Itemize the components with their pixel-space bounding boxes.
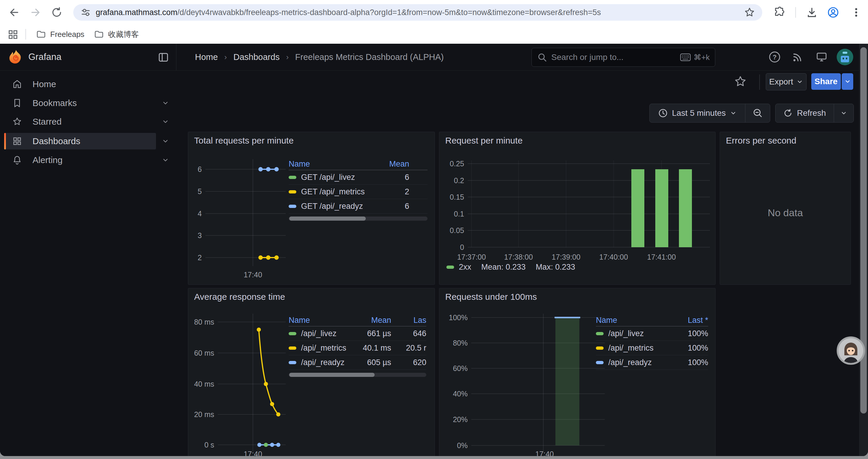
legend-scrollbar[interactable]	[289, 373, 426, 377]
chevron-down-icon	[730, 110, 737, 117]
legend-row[interactable]: /api/_livez 661 µs 646	[289, 326, 426, 341]
svg-text:17:40: 17:40	[244, 270, 262, 279]
page-scrollbar[interactable]	[859, 44, 868, 456]
menu-kebab-icon[interactable]	[850, 6, 862, 18]
bell-icon	[12, 155, 22, 165]
legend-col-name[interactable]: Name	[289, 160, 389, 169]
export-button[interactable]: Export	[766, 73, 807, 90]
legend-col-last[interactable]: Las	[391, 316, 426, 325]
refresh-interval-button[interactable]	[834, 104, 854, 122]
breadcrumb-home[interactable]: Home	[195, 52, 218, 62]
brand-name[interactable]: Grafana	[28, 44, 61, 70]
svg-text:20 ms: 20 ms	[194, 410, 214, 419]
svg-text:80 ms: 80 ms	[194, 318, 214, 326]
legend-col-mean[interactable]: Mean	[389, 160, 428, 169]
panel-errors-per-second[interactable]: Errors per second No data	[720, 132, 851, 285]
legend-row[interactable]: /api/_metrics 40.1 ms 20.5 r	[289, 341, 426, 355]
panel-avg-response-time[interactable]: Average response time 80 ms60 ms40 ms20 …	[188, 288, 435, 456]
zoom-out-icon	[753, 108, 763, 118]
chevron-down-icon[interactable]	[161, 118, 169, 126]
legend-scrollbar[interactable]	[289, 217, 428, 221]
breadcrumb-dashboards[interactable]: Dashboards	[234, 52, 279, 62]
sidebar-item-bookmarks[interactable]: Bookmarks	[4, 95, 156, 111]
refresh-button[interactable]: Refresh	[776, 104, 834, 122]
panel-request-per-minute[interactable]: Request per minute 0.250.20.150.10.050 1…	[439, 132, 716, 285]
chevron-down-icon[interactable]	[161, 156, 169, 164]
chevron-down-icon[interactable]	[161, 99, 169, 107]
legend-row[interactable]: /api/_metrics 100%	[596, 341, 708, 355]
breadcrumb: Home › Dashboards › Freeleaps Metrics Da…	[195, 44, 444, 70]
favorite-star-icon[interactable]	[734, 75, 747, 88]
series-color-pill	[289, 332, 296, 335]
bookmark-label: Freeleaps	[50, 30, 85, 39]
share-menu-button[interactable]	[842, 73, 853, 90]
clock-icon	[658, 108, 668, 118]
bookmark-folder-blogs[interactable]: 收藏博客	[94, 28, 139, 40]
legend-row[interactable]: /api/_readyz 605 µs 620	[289, 355, 426, 370]
search-shortcut: ⌘+k	[680, 53, 710, 62]
legend-row[interactable]: GET /api/_livez 6	[289, 170, 428, 185]
legend-inline[interactable]: 2xx Mean: 0.233 Max: 0.233	[446, 263, 575, 272]
legend-row[interactable]: GET /api/_metrics 2	[289, 185, 428, 199]
legend-row[interactable]: /api/_livez 100%	[596, 326, 708, 341]
refresh-label: Refresh	[797, 108, 826, 118]
series-metrics-curve	[259, 330, 278, 415]
panel-title[interactable]: Requests under 100ms	[445, 292, 537, 302]
dashboards-grid-icon	[12, 136, 22, 146]
search-input[interactable]: Search or jump to... ⌘+k	[531, 48, 715, 67]
grafana-logo[interactable]	[8, 50, 23, 64]
sidebar-item-dashboards[interactable]: Dashboards	[4, 133, 156, 150]
panel-total-requests[interactable]: Total requests per minute 65432 17:40 Na…	[188, 132, 435, 285]
grafana-app: Grafana Home › Dashboards › Freeleaps Me…	[0, 44, 868, 456]
help-icon[interactable]: ?	[769, 51, 781, 63]
panel-title[interactable]: Average response time	[194, 292, 285, 302]
forward-icon[interactable]	[30, 6, 41, 18]
bars-2xx	[631, 169, 692, 247]
legend-row[interactable]: GET /api/_readyz 6	[289, 199, 428, 214]
series-readyz-line	[258, 167, 279, 171]
user-avatar[interactable]	[837, 49, 853, 65]
breadcrumb-current: Freeleaps Metrics Dashboard (ALPHA)	[295, 52, 444, 62]
bookmark-folder-freeleaps[interactable]: Freeleaps	[36, 28, 85, 40]
svg-text:0.2: 0.2	[454, 176, 464, 185]
apps-grid-icon[interactable]	[8, 29, 18, 40]
panel-title[interactable]: Request per minute	[445, 136, 523, 145]
legend-col-last[interactable]: Last *	[673, 316, 708, 325]
monitor-icon[interactable]	[815, 51, 828, 63]
time-range-picker[interactable]: Last 5 minutes	[650, 104, 745, 122]
bookmark-star-icon[interactable]	[744, 7, 755, 18]
legend-row[interactable]: /api/_readyz 100%	[596, 355, 708, 370]
url-text[interactable]: grafana.mathmast.com/d/deytv4rwavabkb/fr…	[96, 8, 601, 17]
download-icon[interactable]	[806, 6, 818, 18]
legend-col-name[interactable]: Name	[596, 316, 673, 325]
svg-text:0.15: 0.15	[450, 193, 464, 201]
sidebar-item-alerting[interactable]: Alerting	[4, 152, 156, 168]
url-bar[interactable]: grafana.mathmast.com/d/deytv4rwavabkb/fr…	[73, 4, 762, 21]
panel-requests-under-100ms[interactable]: Requests under 100ms 100%80%60%40%20%0% …	[439, 288, 716, 456]
legend-col-mean[interactable]: Mean	[358, 316, 391, 325]
share-button[interactable]: Share	[811, 73, 841, 90]
bookbar-divider	[25, 29, 26, 40]
legend-col-name[interactable]: Name	[289, 316, 358, 325]
sidebar-item-label: Starred	[32, 117, 61, 127]
extensions-icon[interactable]	[774, 6, 785, 18]
sidebar-item-starred[interactable]: Starred	[4, 113, 156, 130]
sidebar-item-home[interactable]: Home	[4, 76, 156, 93]
sidebar-item-label: Home	[32, 79, 56, 89]
svg-text:4: 4	[198, 209, 202, 218]
news-rss-icon[interactable]	[792, 51, 804, 63]
back-icon[interactable]	[8, 6, 20, 18]
reload-icon[interactable]	[51, 6, 63, 18]
sidebar-item-label: Bookmarks	[32, 98, 77, 108]
folder-icon	[94, 29, 104, 39]
svg-text:17:40: 17:40	[244, 450, 262, 456]
svg-text:17:38:00: 17:38:00	[504, 253, 533, 261]
floating-assistant-avatar[interactable]	[837, 336, 865, 365]
profile-icon[interactable]	[827, 6, 839, 18]
site-settings-icon[interactable]	[80, 6, 92, 18]
panel-title[interactable]: Total requests per minute	[194, 136, 294, 145]
browser-window: grafana.mathmast.com/d/deytv4rwavabkb/fr…	[0, 0, 868, 456]
dock-sidebar-icon[interactable]	[158, 52, 169, 63]
zoom-out-button[interactable]	[745, 104, 770, 122]
chevron-down-icon[interactable]	[161, 137, 169, 145]
